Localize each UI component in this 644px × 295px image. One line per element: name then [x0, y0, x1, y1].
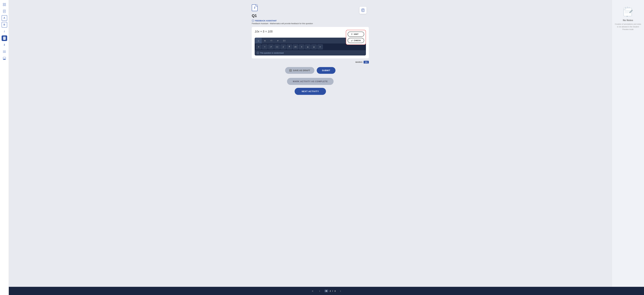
svg-rect-8 — [3, 37, 6, 40]
sidebar-icon-page[interactable] — [2, 36, 7, 41]
nav-total-pages: 3 — [334, 290, 336, 292]
math-btn-multiply[interactable]: × — [256, 44, 262, 49]
mark-complete-button[interactable]: MARK ACTIVITY AS COMPLETE — [287, 78, 334, 85]
math-btn-gte[interactable]: ≥ — [311, 44, 317, 49]
math-btn-sqrt[interactable]: √ — [280, 44, 286, 49]
no-notes-title: No Notes — [623, 19, 633, 22]
svg-point-24 — [352, 34, 352, 34]
main-wrapper: 2 Q1 i FEEDBACK ASSISTANT Feedback Assis… — [9, 0, 644, 295]
math-tab-sqrt[interactable]: √□ — [268, 38, 274, 44]
nav-first-button[interactable]: « — [310, 288, 315, 294]
math-tab-home[interactable]: ⌂ — [255, 38, 262, 44]
page-number-icon: 2 — [252, 4, 258, 11]
svg-rect-2 — [3, 5, 4, 6]
question-container: 2 Q1 i FEEDBACK ASSISTANT Feedback Assis… — [252, 4, 369, 95]
sidebar-icon-bottom[interactable] — [2, 56, 7, 61]
math-btn-power[interactable]: □□ — [274, 44, 280, 49]
nav-page-badge: B — [324, 290, 328, 292]
feedback-assistant-label: i FEEDBACK ASSISTANT — [252, 20, 369, 22]
sidebar-icon-grid[interactable] — [2, 2, 7, 7]
math-btn-cbrt[interactable]: ∛ — [286, 44, 292, 49]
math-btn-lte[interactable]: ≤ — [305, 44, 310, 49]
no-notes-description: Creation of annotations and notes is not… — [614, 23, 642, 31]
marks-label: MARKS — [355, 61, 362, 63]
randomised-notice: i This question is randomised — [255, 50, 366, 56]
feedback-info-icon: i — [252, 20, 254, 22]
sidebar-icon-document[interactable] — [2, 8, 7, 14]
check-button[interactable]: CHECK — [348, 38, 364, 43]
submit-button[interactable]: SUBMIT — [317, 67, 336, 74]
svg-rect-3 — [5, 5, 6, 6]
nav-separator: / — [332, 290, 333, 292]
nav-current-page: 2 — [330, 290, 331, 292]
notebook-button[interactable] — [360, 7, 366, 14]
nav-page-info: B 2 / 3 — [324, 290, 336, 292]
next-activity-button[interactable]: NEXT ACTIVITY — [295, 88, 326, 95]
hint-check-group: HINT CHECK — [346, 30, 366, 45]
math-btn-gt[interactable]: > — [317, 44, 323, 49]
sidebar-icon-alpha[interactable]: A — [2, 15, 7, 21]
math-btn-squared[interactable]: □² — [268, 44, 274, 49]
nav-prev-button[interactable]: ‹ — [318, 288, 322, 294]
svg-rect-28 — [290, 70, 292, 71]
action-buttons: SAVE AS DRAFT SUBMIT — [252, 67, 369, 74]
svg-rect-27 — [290, 70, 291, 70]
question-label: Q1 — [252, 14, 369, 18]
notes-illustration — [622, 6, 635, 19]
sidebar-icon-list[interactable] — [2, 49, 7, 54]
marks-badge: [1] — [364, 61, 369, 64]
svg-rect-0 — [3, 3, 4, 4]
svg-point-38 — [624, 8, 626, 10]
bottom-navigation: « ‹ B 2 / 3 › — [9, 287, 644, 295]
svg-rect-26 — [290, 70, 292, 72]
notes-section: No Notes Creation of annotations and not… — [614, 6, 642, 31]
question-box: 10x + 5 = 105 HINT — [252, 27, 369, 58]
math-tab-pi[interactable]: π — [262, 38, 268, 44]
math-tab-neq[interactable]: ≠ — [274, 38, 281, 44]
svg-rect-1 — [5, 3, 6, 4]
hint-button[interactable]: HINT — [348, 32, 364, 37]
svg-rect-16 — [3, 59, 6, 60]
math-btn-divide[interactable]: ÷ — [262, 44, 268, 49]
feedback-assistant-description: Feedback Assistant - Mathematics will pr… — [252, 22, 369, 24]
sidebar-icon-number3[interactable]: 3 — [2, 42, 7, 48]
save-draft-button[interactable]: SAVE AS DRAFT — [285, 67, 314, 74]
math-tab-braces[interactable]: {□} — [281, 38, 288, 44]
sidebar-icon-beta[interactable]: B — [2, 22, 7, 28]
right-panel: No Notes Creation of annotations and not… — [612, 0, 644, 295]
sidebar-icon-info[interactable]: i — [2, 29, 7, 34]
sidebar: A B i 3 — [0, 0, 9, 295]
randomised-info-icon: i — [257, 52, 259, 54]
math-btn-fraction[interactable]: □/□ — [293, 44, 298, 49]
math-btn-lt[interactable]: < — [299, 44, 304, 49]
svg-rect-17 — [362, 9, 364, 12]
marks-row: MARKS [1] — [252, 61, 369, 64]
content-area: 2 Q1 i FEEDBACK ASSISTANT Feedback Assis… — [9, 0, 612, 295]
nav-next-button[interactable]: › — [338, 288, 342, 294]
